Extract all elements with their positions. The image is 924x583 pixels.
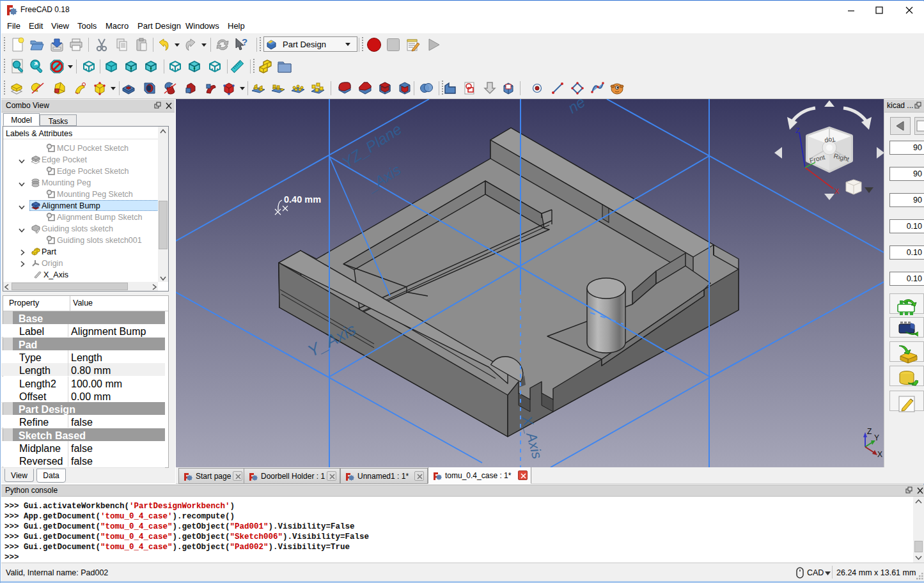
svg-text:X: X [834,187,840,195]
svg-text:Z: Z [795,127,800,134]
svg-text:Y: Y [874,433,879,442]
svg-text:?: ? [242,37,247,47]
svg-text:X: X [877,450,882,459]
svg-text:Z: Z [867,427,872,436]
svg-text:0.40 mm: 0.40 mm [284,194,321,205]
